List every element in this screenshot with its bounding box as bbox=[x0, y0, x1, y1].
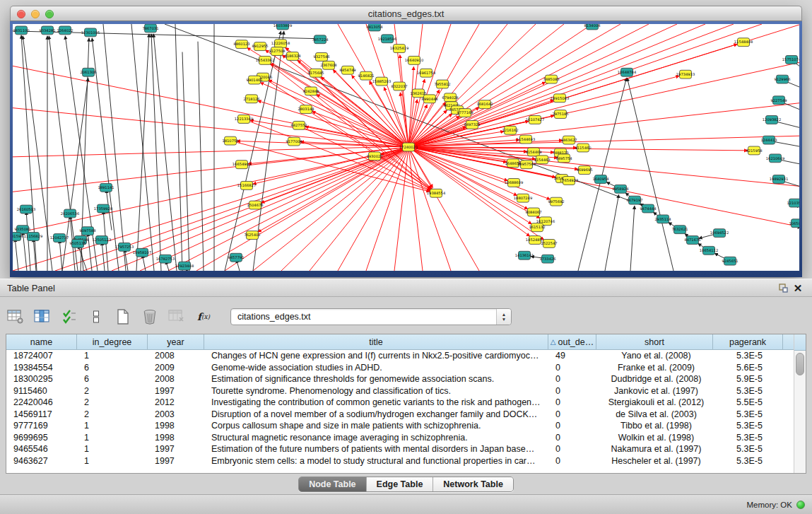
table-row[interactable]: 946362711997Embryonic stem cells: a mode… bbox=[6, 455, 794, 467]
graph-node[interactable]: 16640910 bbox=[405, 56, 423, 64]
select-columns-icon[interactable] bbox=[59, 307, 79, 327]
table-row[interactable]: 946554611997Estimation of the future num… bbox=[6, 443, 794, 455]
graph-node[interactable]: 9699695 bbox=[576, 166, 592, 175]
table-cell[interactable]: 18300295 bbox=[6, 374, 77, 384]
graph-node[interactable]: 14136141 bbox=[515, 251, 534, 259]
graph-node[interactable]: 15751074 bbox=[782, 55, 799, 64]
table-cell[interactable]: 0 bbox=[548, 421, 596, 431]
table-cell[interactable]: Estimation of significance thresholds fo… bbox=[204, 374, 548, 384]
graph-node[interactable]: 16033809 bbox=[273, 24, 292, 30]
table-cell[interactable]: 1 bbox=[77, 444, 148, 454]
graph-node[interactable]: 8134004 bbox=[584, 24, 600, 30]
table-cell[interactable]: 5.3E-5 bbox=[713, 456, 783, 466]
graph-node[interactable]: 9334281 bbox=[39, 26, 55, 35]
graph-node[interactable]: 1810754 bbox=[222, 136, 238, 145]
table-cell[interactable]: Estimation of the future numbers of pati… bbox=[204, 444, 548, 454]
table-cell[interactable]: de Silva et al. (2003) bbox=[596, 409, 713, 419]
graph-node[interactable]: 7955812 bbox=[434, 80, 450, 88]
graph-node[interactable]: 18957568 bbox=[517, 160, 536, 169]
graph-node[interactable]: 8454749 bbox=[339, 66, 355, 74]
table-cell[interactable]: Yano et al. (2008) bbox=[596, 351, 713, 361]
function-builder-icon[interactable]: f(x) bbox=[194, 307, 213, 327]
row-height-icon[interactable] bbox=[86, 307, 106, 327]
graph-node[interactable]: 8427552 bbox=[290, 121, 307, 129]
table-cell[interactable]: Investigating the contribution of common… bbox=[204, 397, 548, 407]
graph-node[interactable]: 12505123 bbox=[93, 236, 111, 245]
graph-node[interactable]: 9463627 bbox=[560, 136, 577, 144]
graph-node[interactable]: 7857224 bbox=[312, 35, 328, 44]
graph-node[interactable]: 9127508 bbox=[269, 47, 285, 56]
graph-node[interactable]: 9129966 bbox=[774, 75, 790, 83]
graph-node[interactable]: 8912955 bbox=[252, 42, 268, 51]
table-row[interactable]: 1938455462009Genome-wide association stu… bbox=[6, 362, 794, 374]
graph-node[interactable]: 9901461 bbox=[246, 76, 262, 84]
table-cell[interactable]: 0 bbox=[548, 386, 596, 396]
graph-node[interactable]: 2975185 bbox=[552, 110, 568, 119]
graph-node[interactable]: 9777169 bbox=[457, 109, 473, 117]
graph-node[interactable]: 2522547 bbox=[541, 240, 557, 248]
table-cell[interactable]: Structural magnetic resonance image aver… bbox=[204, 433, 548, 443]
graph-node[interactable]: 8471676 bbox=[684, 236, 700, 245]
graph-node[interactable]: 1831100 bbox=[13, 26, 29, 35]
table-cell[interactable]: 1 bbox=[77, 433, 148, 443]
graph-node[interactable]: 9154469 bbox=[525, 148, 541, 156]
tab-network-table[interactable]: Network Table bbox=[433, 477, 513, 491]
graph-node[interactable]: 9242848 bbox=[302, 87, 319, 95]
table-cell[interactable]: Hescheler et al. (1997) bbox=[596, 456, 713, 466]
graph-node[interactable]: 16107427 bbox=[526, 116, 544, 124]
scrollbar-thumb[interactable] bbox=[796, 353, 804, 375]
table-cell[interactable]: 0 bbox=[548, 363, 596, 373]
graph-node[interactable]: 18807249 bbox=[514, 194, 532, 202]
graph-node[interactable]: 9505135 bbox=[69, 240, 86, 248]
graph-node[interactable]: 2803144 bbox=[298, 105, 314, 114]
graph-node[interactable]: 9227549 bbox=[770, 96, 787, 105]
graph-node[interactable]: 1065011 bbox=[789, 219, 799, 228]
table-cell[interactable]: 0 bbox=[548, 397, 596, 407]
graph-node[interactable]: 1681642 bbox=[476, 100, 493, 109]
table-cell[interactable]: 49 bbox=[548, 351, 596, 361]
table-cell[interactable]: 5.5E-5 bbox=[713, 397, 783, 407]
table-row[interactable]: 977716911998Corpus callosum shape and si… bbox=[6, 420, 794, 432]
graph-node[interactable]: 1210350 bbox=[787, 199, 799, 207]
table-row[interactable]: 969969511998Structural magnetic resonanc… bbox=[6, 432, 794, 444]
graph-node[interactable]: 2367608 bbox=[320, 61, 336, 69]
column-header-in-degree[interactable]: in_degree bbox=[77, 334, 148, 349]
table-cell[interactable]: Tibbo et al. (1998) bbox=[596, 421, 713, 431]
table-cell[interactable]: 9115460 bbox=[6, 386, 77, 396]
graph-node[interactable]: 18915063 bbox=[551, 94, 569, 103]
table-cell[interactable]: 9699695 bbox=[6, 433, 77, 443]
graph-node[interactable]: 7632621 bbox=[671, 226, 688, 234]
create-column-icon[interactable] bbox=[113, 307, 133, 327]
graph-node[interactable]: 9175685 bbox=[307, 69, 324, 77]
table-cell[interactable]: 5.3E-5 bbox=[713, 433, 783, 443]
table-mode-icon[interactable] bbox=[6, 307, 25, 327]
table-cell[interactable]: 1 bbox=[77, 351, 148, 361]
graph-node[interactable]: 12923448 bbox=[175, 262, 194, 270]
table-cell[interactable]: 22420046 bbox=[6, 397, 77, 407]
graph-node[interactable]: 7485083 bbox=[543, 75, 559, 83]
column-header-name[interactable]: name bbox=[6, 334, 77, 349]
table-scrollbar[interactable] bbox=[794, 334, 806, 473]
graph-node[interactable]: 12213349 bbox=[235, 115, 253, 124]
graph-node[interactable]: 11548408 bbox=[734, 38, 753, 47]
table-cell[interactable]: Genome-wide association studies in ADHD. bbox=[204, 363, 548, 373]
table-cell[interactable]: 6 bbox=[77, 374, 148, 384]
table-cell[interactable]: 1998 bbox=[148, 433, 204, 443]
table-cell[interactable]: 18724007 bbox=[6, 351, 77, 361]
graph-node[interactable]: 8215958 bbox=[746, 146, 762, 155]
tab-node-table[interactable]: Node Table bbox=[299, 477, 366, 491]
table-row[interactable]: 1456911722003Disruption of a novel membe… bbox=[6, 409, 794, 421]
table-cell[interactable]: Jankovic et al. (1997) bbox=[596, 386, 713, 396]
graph-node[interactable]: 1504676 bbox=[247, 201, 263, 209]
graph-node[interactable]: 15166827 bbox=[237, 181, 256, 189]
table-row[interactable]: 2242004622012Investigating the contribut… bbox=[6, 397, 794, 409]
table-cell[interactable]: 19384554 bbox=[6, 363, 77, 373]
graph-node[interactable]: 6495754 bbox=[555, 154, 572, 163]
graph-node[interactable]: 9084067 bbox=[525, 208, 541, 216]
table-cell[interactable]: 1997 bbox=[148, 456, 204, 466]
graph-node[interactable]: 16210649 bbox=[766, 154, 784, 163]
close-panel-icon[interactable]: ✕ bbox=[791, 281, 805, 294]
graph-node[interactable]: 9474444 bbox=[640, 204, 656, 213]
graph-node[interactable]: 8990448 bbox=[421, 95, 437, 103]
graph-node[interactable]: 1891141 bbox=[98, 183, 114, 192]
